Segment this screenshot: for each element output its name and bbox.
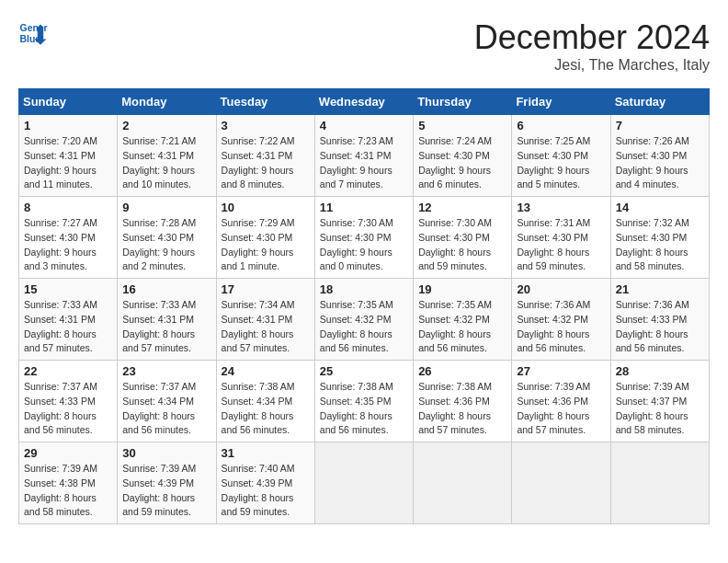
calendar-table: SundayMondayTuesdayWednesdayThursdayFrid… [18, 88, 710, 524]
day-cell: 13 Sunrise: 7:31 AMSunset: 4:30 PMDaylig… [512, 197, 610, 279]
day-detail: Sunrise: 7:31 AMSunset: 4:30 PMDaylight:… [517, 216, 605, 274]
day-detail: Sunrise: 7:37 AMSunset: 4:33 PMDaylight:… [24, 380, 112, 438]
day-detail: Sunrise: 7:30 AMSunset: 4:30 PMDaylight:… [418, 216, 506, 274]
day-cell: 15 Sunrise: 7:33 AMSunset: 4:31 PMDaylig… [19, 279, 118, 361]
day-cell: 21 Sunrise: 7:36 AMSunset: 4:33 PMDaylig… [610, 279, 709, 361]
col-header-tuesday: Tuesday [216, 89, 314, 115]
day-number: 28 [616, 364, 704, 378]
day-number: 10 [222, 201, 310, 214]
day-detail: Sunrise: 7:39 AMSunset: 4:37 PMDaylight:… [616, 380, 704, 438]
day-detail: Sunrise: 7:35 AMSunset: 4:32 PMDaylight:… [418, 298, 506, 356]
day-number: 20 [517, 282, 605, 296]
day-number: 17 [222, 282, 310, 296]
day-detail: Sunrise: 7:38 AMSunset: 4:34 PMDaylight:… [222, 380, 310, 438]
week-row-3: 15 Sunrise: 7:33 AMSunset: 4:31 PMDaylig… [19, 279, 710, 361]
day-number: 2 [122, 119, 210, 132]
day-number: 21 [616, 282, 704, 296]
day-detail: Sunrise: 7:32 AMSunset: 4:30 PMDaylight:… [616, 216, 704, 274]
day-cell: 26 Sunrise: 7:38 AMSunset: 4:36 PMDaylig… [414, 361, 512, 442]
day-number: 23 [122, 364, 210, 378]
week-row-4: 22 Sunrise: 7:37 AMSunset: 4:33 PMDaylig… [19, 361, 710, 442]
day-detail: Sunrise: 7:38 AMSunset: 4:36 PMDaylight:… [418, 380, 506, 438]
day-number: 27 [517, 364, 605, 378]
day-number: 26 [418, 364, 506, 378]
title-block: December 2024 Jesi, The Marches, Italy [474, 18, 710, 74]
day-number: 31 [222, 446, 310, 460]
day-cell: 22 Sunrise: 7:37 AMSunset: 4:33 PMDaylig… [19, 361, 118, 442]
col-header-thursday: Thursday [414, 89, 512, 115]
day-cell: 19 Sunrise: 7:35 AMSunset: 4:32 PMDaylig… [414, 279, 512, 361]
location-title: Jesi, The Marches, Italy [474, 57, 710, 74]
calendar-header: SundayMondayTuesdayWednesdayThursdayFrid… [19, 89, 710, 115]
day-number: 7 [616, 119, 704, 132]
day-number: 22 [24, 364, 112, 378]
col-header-wednesday: Wednesday [314, 89, 413, 115]
logo: General Blue [18, 18, 48, 48]
day-cell: 23 Sunrise: 7:37 AMSunset: 4:34 PMDaylig… [118, 361, 216, 442]
day-cell: 18 Sunrise: 7:35 AMSunset: 4:32 PMDaylig… [314, 279, 413, 361]
day-number: 5 [418, 119, 506, 132]
day-cell: 6 Sunrise: 7:25 AMSunset: 4:30 PMDayligh… [512, 115, 610, 197]
day-cell: 16 Sunrise: 7:33 AMSunset: 4:31 PMDaylig… [118, 279, 216, 361]
day-cell: 7 Sunrise: 7:26 AMSunset: 4:30 PMDayligh… [610, 115, 709, 197]
page-header: General Blue December 2024 Jesi, The Mar… [18, 18, 710, 74]
day-cell: 2 Sunrise: 7:21 AMSunset: 4:31 PMDayligh… [118, 115, 216, 197]
day-cell: 1 Sunrise: 7:20 AMSunset: 4:31 PMDayligh… [19, 115, 118, 197]
day-cell [512, 442, 610, 524]
day-number: 19 [418, 282, 506, 296]
day-detail: Sunrise: 7:28 AMSunset: 4:30 PMDaylight:… [122, 216, 210, 274]
day-number: 29 [24, 446, 112, 460]
day-detail: Sunrise: 7:39 AMSunset: 4:36 PMDaylight:… [517, 380, 605, 438]
svg-text:General: General [20, 23, 48, 33]
day-number: 24 [222, 364, 310, 378]
day-detail: Sunrise: 7:20 AMSunset: 4:31 PMDaylight:… [24, 134, 112, 192]
day-cell [314, 442, 413, 524]
day-cell: 14 Sunrise: 7:32 AMSunset: 4:30 PMDaylig… [610, 197, 709, 279]
day-detail: Sunrise: 7:39 AMSunset: 4:39 PMDaylight:… [122, 462, 210, 520]
day-cell: 4 Sunrise: 7:23 AMSunset: 4:31 PMDayligh… [314, 115, 413, 197]
day-detail: Sunrise: 7:25 AMSunset: 4:30 PMDaylight:… [517, 134, 605, 192]
day-detail: Sunrise: 7:39 AMSunset: 4:38 PMDaylight:… [24, 462, 112, 520]
day-number: 3 [222, 119, 310, 132]
col-header-saturday: Saturday [610, 89, 709, 115]
day-detail: Sunrise: 7:22 AMSunset: 4:31 PMDaylight:… [222, 134, 310, 192]
day-cell: 11 Sunrise: 7:30 AMSunset: 4:30 PMDaylig… [314, 197, 413, 279]
day-cell: 9 Sunrise: 7:28 AMSunset: 4:30 PMDayligh… [118, 197, 216, 279]
day-number: 25 [320, 364, 408, 378]
day-cell: 31 Sunrise: 7:40 AMSunset: 4:39 PMDaylig… [216, 442, 314, 524]
day-detail: Sunrise: 7:27 AMSunset: 4:30 PMDaylight:… [24, 216, 112, 274]
day-cell: 10 Sunrise: 7:29 AMSunset: 4:30 PMDaylig… [216, 197, 314, 279]
day-cell: 24 Sunrise: 7:38 AMSunset: 4:34 PMDaylig… [216, 361, 314, 442]
day-cell: 20 Sunrise: 7:36 AMSunset: 4:32 PMDaylig… [512, 279, 610, 361]
month-title: December 2024 [474, 18, 710, 57]
day-number: 4 [320, 119, 408, 132]
day-number: 30 [122, 446, 210, 460]
day-cell: 17 Sunrise: 7:34 AMSunset: 4:31 PMDaylig… [216, 279, 314, 361]
day-detail: Sunrise: 7:29 AMSunset: 4:30 PMDaylight:… [222, 216, 310, 274]
day-detail: Sunrise: 7:35 AMSunset: 4:32 PMDaylight:… [320, 298, 408, 356]
day-number: 9 [122, 201, 210, 214]
day-number: 8 [24, 201, 112, 214]
col-header-monday: Monday [118, 89, 216, 115]
day-detail: Sunrise: 7:24 AMSunset: 4:30 PMDaylight:… [418, 134, 506, 192]
day-cell [610, 442, 709, 524]
day-cell: 25 Sunrise: 7:38 AMSunset: 4:35 PMDaylig… [314, 361, 413, 442]
day-cell: 27 Sunrise: 7:39 AMSunset: 4:36 PMDaylig… [512, 361, 610, 442]
header-row: SundayMondayTuesdayWednesdayThursdayFrid… [19, 89, 710, 115]
day-number: 14 [616, 201, 704, 214]
day-cell: 29 Sunrise: 7:39 AMSunset: 4:38 PMDaylig… [19, 442, 118, 524]
day-cell: 28 Sunrise: 7:39 AMSunset: 4:37 PMDaylig… [610, 361, 709, 442]
logo-icon: General Blue [18, 18, 48, 48]
day-detail: Sunrise: 7:37 AMSunset: 4:34 PMDaylight:… [122, 380, 210, 438]
calendar-body: 1 Sunrise: 7:20 AMSunset: 4:31 PMDayligh… [19, 115, 710, 524]
col-header-sunday: Sunday [19, 89, 118, 115]
week-row-2: 8 Sunrise: 7:27 AMSunset: 4:30 PMDayligh… [19, 197, 710, 279]
day-cell: 5 Sunrise: 7:24 AMSunset: 4:30 PMDayligh… [414, 115, 512, 197]
day-number: 18 [320, 282, 408, 296]
day-detail: Sunrise: 7:23 AMSunset: 4:31 PMDaylight:… [320, 134, 408, 192]
day-cell: 8 Sunrise: 7:27 AMSunset: 4:30 PMDayligh… [19, 197, 118, 279]
week-row-1: 1 Sunrise: 7:20 AMSunset: 4:31 PMDayligh… [19, 115, 710, 197]
day-detail: Sunrise: 7:21 AMSunset: 4:31 PMDaylight:… [122, 134, 210, 192]
day-number: 6 [517, 119, 605, 132]
day-detail: Sunrise: 7:36 AMSunset: 4:32 PMDaylight:… [517, 298, 605, 356]
